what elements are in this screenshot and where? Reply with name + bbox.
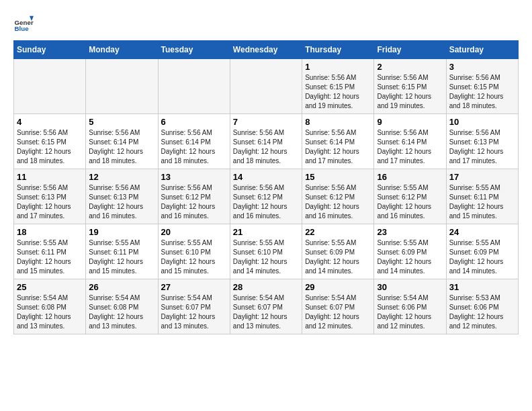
- day-number: 5: [89, 117, 154, 127]
- day-info: Sunrise: 5:55 AMSunset: 6:09 PMDaylight:…: [305, 238, 371, 276]
- day-number: 20: [161, 227, 227, 237]
- day-number: 31: [449, 282, 515, 292]
- weekday-header-sunday: Sunday: [14, 41, 86, 59]
- day-info: Sunrise: 5:55 AMSunset: 6:11 PMDaylight:…: [89, 238, 154, 276]
- day-number: 9: [377, 117, 443, 127]
- weekday-header-row: SundayMondayTuesdayWednesdayThursdayFrid…: [14, 41, 519, 59]
- day-number: 26: [89, 282, 154, 292]
- logo: General Blue: [13, 13, 36, 34]
- day-info: Sunrise: 5:56 AMSunset: 6:13 PMDaylight:…: [89, 183, 154, 221]
- logo-icon: General Blue: [13, 13, 34, 34]
- day-info: Sunrise: 5:56 AMSunset: 6:13 PMDaylight:…: [17, 183, 83, 221]
- svg-text:Blue: Blue: [15, 25, 30, 32]
- day-number: 6: [161, 117, 227, 127]
- day-info: Sunrise: 5:55 AMSunset: 6:10 PMDaylight:…: [161, 238, 227, 276]
- day-info: Sunrise: 5:55 AMSunset: 6:09 PMDaylight:…: [449, 238, 515, 276]
- page-header: General Blue: [13, 13, 519, 34]
- day-info: Sunrise: 5:53 AMSunset: 6:06 PMDaylight:…: [449, 293, 515, 331]
- day-number: 27: [161, 282, 227, 292]
- day-number: 22: [305, 227, 371, 237]
- weekday-header-saturday: Saturday: [446, 41, 518, 59]
- calendar-cell: [14, 59, 86, 114]
- weekday-header-thursday: Thursday: [302, 41, 374, 59]
- calendar-cell: 8Sunrise: 5:56 AMSunset: 6:14 PMDaylight…: [302, 114, 374, 169]
- day-info: Sunrise: 5:54 AMSunset: 6:08 PMDaylight:…: [89, 293, 154, 331]
- calendar-cell: 12Sunrise: 5:56 AMSunset: 6:13 PMDayligh…: [86, 169, 158, 224]
- day-info: Sunrise: 5:56 AMSunset: 6:14 PMDaylight:…: [377, 128, 443, 166]
- calendar-cell: 6Sunrise: 5:56 AMSunset: 6:14 PMDaylight…: [158, 114, 230, 169]
- day-number: 3: [449, 62, 515, 72]
- calendar-cell: 5Sunrise: 5:56 AMSunset: 6:14 PMDaylight…: [86, 114, 158, 169]
- day-number: 17: [449, 172, 515, 182]
- day-number: 11: [17, 172, 83, 182]
- calendar-cell: 1Sunrise: 5:56 AMSunset: 6:15 PMDaylight…: [302, 59, 374, 114]
- calendar-cell: 28Sunrise: 5:54 AMSunset: 6:07 PMDayligh…: [230, 279, 302, 334]
- calendar-body: 1Sunrise: 5:56 AMSunset: 6:15 PMDaylight…: [14, 59, 519, 334]
- calendar-cell: 3Sunrise: 5:56 AMSunset: 6:15 PMDaylight…: [446, 59, 518, 114]
- day-info: Sunrise: 5:56 AMSunset: 6:15 PMDaylight:…: [377, 73, 443, 111]
- day-number: 28: [233, 282, 299, 292]
- calendar-cell: 11Sunrise: 5:56 AMSunset: 6:13 PMDayligh…: [14, 169, 86, 224]
- day-info: Sunrise: 5:54 AMSunset: 6:08 PMDaylight:…: [17, 293, 83, 331]
- calendar-cell: 21Sunrise: 5:55 AMSunset: 6:10 PMDayligh…: [230, 224, 302, 279]
- day-number: 16: [377, 172, 443, 182]
- day-number: 29: [305, 282, 371, 292]
- day-number: 8: [305, 117, 371, 127]
- weekday-header-wednesday: Wednesday: [230, 41, 302, 59]
- day-info: Sunrise: 5:54 AMSunset: 6:07 PMDaylight:…: [161, 293, 227, 331]
- calendar-cell: 25Sunrise: 5:54 AMSunset: 6:08 PMDayligh…: [14, 279, 86, 334]
- calendar-week-1: 1Sunrise: 5:56 AMSunset: 6:15 PMDaylight…: [14, 59, 519, 114]
- day-number: 2: [377, 62, 443, 72]
- day-info: Sunrise: 5:56 AMSunset: 6:12 PMDaylight:…: [305, 183, 371, 221]
- day-number: 30: [377, 282, 443, 292]
- calendar-cell: 10Sunrise: 5:56 AMSunset: 6:13 PMDayligh…: [446, 114, 518, 169]
- day-info: Sunrise: 5:54 AMSunset: 6:07 PMDaylight:…: [233, 293, 299, 331]
- calendar-cell: 24Sunrise: 5:55 AMSunset: 6:09 PMDayligh…: [446, 224, 518, 279]
- day-info: Sunrise: 5:56 AMSunset: 6:13 PMDaylight:…: [449, 128, 515, 166]
- day-info: Sunrise: 5:56 AMSunset: 6:15 PMDaylight:…: [17, 128, 83, 166]
- calendar-cell: 29Sunrise: 5:54 AMSunset: 6:07 PMDayligh…: [302, 279, 374, 334]
- calendar-table: SundayMondayTuesdayWednesdayThursdayFrid…: [13, 40, 519, 334]
- calendar-header: SundayMondayTuesdayWednesdayThursdayFrid…: [14, 41, 519, 59]
- calendar-cell: 16Sunrise: 5:55 AMSunset: 6:12 PMDayligh…: [374, 169, 446, 224]
- calendar-cell: 13Sunrise: 5:56 AMSunset: 6:12 PMDayligh…: [158, 169, 230, 224]
- day-info: Sunrise: 5:56 AMSunset: 6:15 PMDaylight:…: [305, 73, 371, 111]
- day-number: 21: [233, 227, 299, 237]
- calendar-cell: 14Sunrise: 5:56 AMSunset: 6:12 PMDayligh…: [230, 169, 302, 224]
- day-number: 7: [233, 117, 299, 127]
- day-info: Sunrise: 5:56 AMSunset: 6:14 PMDaylight:…: [305, 128, 371, 166]
- weekday-header-friday: Friday: [374, 41, 446, 59]
- weekday-header-monday: Monday: [86, 41, 158, 59]
- day-number: 23: [377, 227, 443, 237]
- day-info: Sunrise: 5:56 AMSunset: 6:14 PMDaylight:…: [161, 128, 227, 166]
- day-number: 13: [161, 172, 227, 182]
- calendar-cell: 31Sunrise: 5:53 AMSunset: 6:06 PMDayligh…: [446, 279, 518, 334]
- calendar-cell: [86, 59, 158, 114]
- calendar-cell: 2Sunrise: 5:56 AMSunset: 6:15 PMDaylight…: [374, 59, 446, 114]
- day-info: Sunrise: 5:55 AMSunset: 6:12 PMDaylight:…: [377, 183, 443, 221]
- day-info: Sunrise: 5:55 AMSunset: 6:09 PMDaylight:…: [377, 238, 443, 276]
- calendar-cell: 23Sunrise: 5:55 AMSunset: 6:09 PMDayligh…: [374, 224, 446, 279]
- day-number: 15: [305, 172, 371, 182]
- calendar-cell: 19Sunrise: 5:55 AMSunset: 6:11 PMDayligh…: [86, 224, 158, 279]
- day-info: Sunrise: 5:55 AMSunset: 6:11 PMDaylight:…: [449, 183, 515, 221]
- calendar-cell: 7Sunrise: 5:56 AMSunset: 6:14 PMDaylight…: [230, 114, 302, 169]
- calendar-cell: 15Sunrise: 5:56 AMSunset: 6:12 PMDayligh…: [302, 169, 374, 224]
- calendar-cell: 26Sunrise: 5:54 AMSunset: 6:08 PMDayligh…: [86, 279, 158, 334]
- calendar-cell: [158, 59, 230, 114]
- day-number: 24: [449, 227, 515, 237]
- day-info: Sunrise: 5:56 AMSunset: 6:15 PMDaylight:…: [449, 73, 515, 111]
- day-number: 18: [17, 227, 83, 237]
- day-info: Sunrise: 5:56 AMSunset: 6:14 PMDaylight:…: [233, 128, 299, 166]
- day-number: 1: [305, 62, 371, 72]
- day-info: Sunrise: 5:54 AMSunset: 6:06 PMDaylight:…: [377, 293, 443, 331]
- day-number: 4: [17, 117, 83, 127]
- calendar-cell: 30Sunrise: 5:54 AMSunset: 6:06 PMDayligh…: [374, 279, 446, 334]
- day-number: 14: [233, 172, 299, 182]
- day-number: 10: [449, 117, 515, 127]
- day-number: 25: [17, 282, 83, 292]
- calendar-week-4: 18Sunrise: 5:55 AMSunset: 6:11 PMDayligh…: [14, 224, 519, 279]
- day-info: Sunrise: 5:55 AMSunset: 6:11 PMDaylight:…: [17, 238, 83, 276]
- calendar-cell: [230, 59, 302, 114]
- day-info: Sunrise: 5:55 AMSunset: 6:10 PMDaylight:…: [233, 238, 299, 276]
